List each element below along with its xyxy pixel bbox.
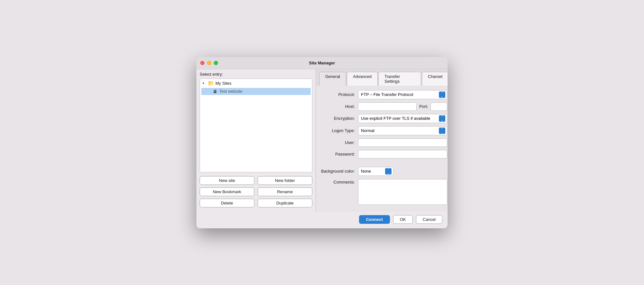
folder-icon: 📁 — [208, 80, 214, 86]
window-title: Site Manager — [309, 61, 335, 65]
cancel-button[interactable]: Cancel — [416, 215, 442, 224]
button-row-2: New Bookmark Rename — [200, 187, 312, 196]
logon-type-select-wrapper: Normal Anonymous Ask for password Intera… — [358, 126, 447, 135]
site-item-test-website[interactable]: 🖥 Test website — [201, 88, 311, 95]
minimize-button[interactable] — [207, 61, 211, 65]
dialog-footer: Connect OK Cancel — [196, 212, 448, 228]
maximize-button[interactable] — [214, 61, 218, 65]
folder-item-my-sites[interactable]: ▾ 📁 My Sites — [200, 79, 312, 88]
password-row: Password: — [321, 150, 447, 158]
window-controls — [200, 61, 218, 65]
logon-type-row: Logon Type: Normal Anonymous Ask for pas… — [321, 126, 447, 135]
host-port-row: Port: — [358, 102, 447, 111]
password-input[interactable] — [358, 150, 447, 158]
comments-label: Comments: — [321, 179, 358, 205]
logon-type-label: Logon Type: — [321, 128, 358, 133]
button-area: New site New folder New Bookmark Rename … — [196, 172, 316, 212]
connect-button[interactable]: Connect — [359, 215, 390, 224]
tabs: General Advanced Transfer Settings Chars… — [316, 69, 448, 86]
tab-transfer-settings[interactable]: Transfer Settings — [378, 72, 421, 86]
close-button[interactable] — [200, 61, 204, 65]
protocol-select[interactable]: FTP – File Transfer Protocol SFTP - SSH … — [358, 90, 447, 99]
password-label: Password: — [321, 152, 358, 157]
host-input[interactable] — [358, 102, 417, 111]
right-panel: General Advanced Transfer Settings Chars… — [316, 69, 448, 212]
user-input[interactable] — [358, 138, 447, 147]
ok-button[interactable]: OK — [393, 215, 413, 224]
chevron-down-icon: ▾ — [203, 81, 206, 85]
encryption-row: Encryption: Use explicit FTP over TLS if… — [321, 114, 447, 123]
protocol-select-wrapper: FTP – File Transfer Protocol SFTP - SSH … — [358, 90, 447, 99]
site-label: Test website — [219, 89, 242, 94]
protocol-row: Protocol: FTP – File Transfer Protocol S… — [321, 90, 447, 99]
encryption-label: Encryption: — [321, 116, 358, 121]
tab-charset[interactable]: Charset — [422, 72, 448, 86]
encryption-select[interactable]: Use explicit FTP over TLS if available R… — [358, 114, 447, 123]
server-icon: 🖥 — [213, 89, 217, 94]
protocol-label: Protocol: — [321, 92, 358, 97]
site-manager-dialog: Site Manager Select entry: ▾ 📁 My Sites … — [196, 57, 448, 228]
dialog-body: Select entry: ▾ 📁 My Sites 🖥 Test websit… — [196, 69, 448, 212]
bg-color-wrapper: None Red Green Blue Yellow ⌃⌄ — [358, 167, 393, 176]
form-area: Protocol: FTP – File Transfer Protocol S… — [316, 86, 448, 212]
host-row: Host: Port: — [321, 102, 447, 111]
tab-advanced[interactable]: Advanced — [347, 72, 378, 86]
button-row-3: Delete Duplicate — [200, 199, 312, 207]
duplicate-button[interactable]: Duplicate — [258, 199, 312, 207]
title-bar: Site Manager — [196, 57, 448, 69]
background-color-row: Background color: None Red Green Blue Ye… — [321, 167, 447, 176]
left-panel: Select entry: ▾ 📁 My Sites 🖥 Test websit… — [196, 69, 316, 212]
button-row-1: New site New folder — [200, 176, 312, 185]
encryption-select-wrapper: Use explicit FTP over TLS if available R… — [358, 114, 447, 123]
new-folder-button[interactable]: New folder — [258, 176, 312, 185]
tab-general[interactable]: General — [319, 72, 346, 86]
comments-row: Comments: — [321, 179, 447, 205]
select-entry-label: Select entry: — [196, 69, 316, 79]
background-color-label: Background color: — [321, 169, 358, 174]
delete-button[interactable]: Delete — [200, 199, 254, 207]
rename-button[interactable]: Rename — [258, 187, 312, 196]
port-input[interactable] — [431, 102, 447, 111]
new-bookmark-button[interactable]: New Bookmark — [200, 187, 254, 196]
bg-color-select[interactable]: None Red Green Blue Yellow — [358, 167, 393, 176]
user-label: User: — [321, 140, 358, 145]
comments-textarea[interactable] — [358, 179, 447, 205]
port-label: Port: — [419, 104, 428, 109]
host-label: Host: — [321, 104, 358, 109]
logon-type-select[interactable]: Normal Anonymous Ask for password Intera… — [358, 126, 447, 135]
new-site-button[interactable]: New site — [200, 176, 254, 185]
tree-area[interactable]: ▾ 📁 My Sites 🖥 Test website — [200, 79, 312, 172]
user-row: User: — [321, 138, 447, 147]
folder-label: My Sites — [215, 81, 232, 86]
